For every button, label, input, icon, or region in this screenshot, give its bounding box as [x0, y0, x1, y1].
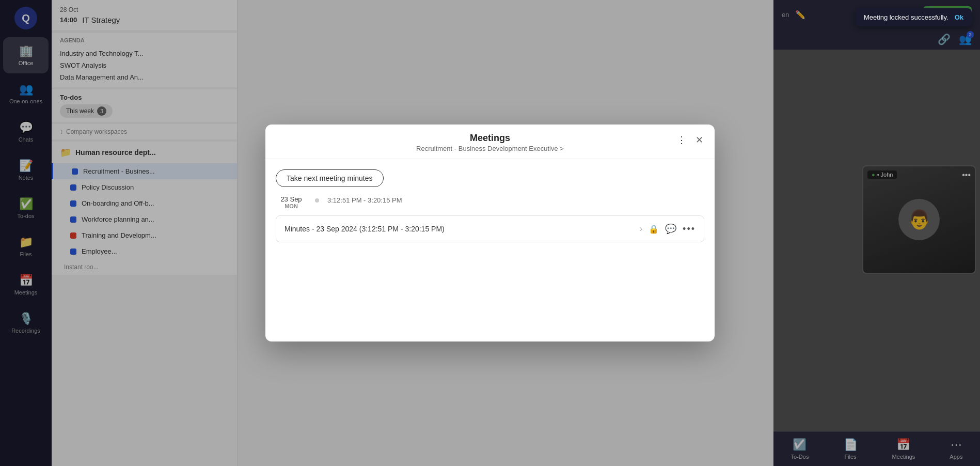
minutes-text: Minutes - 23 Sep 2024 (3:12:51 PM - 3:20… — [284, 225, 634, 233]
date-time: 3:12:51 PM - 3:20:15 PM — [327, 196, 402, 204]
take-minutes-label: Take next meeting minutes — [287, 174, 373, 182]
date-weekday: MON — [276, 203, 307, 209]
date-row: 23 Sep MON 3:12:51 PM - 3:20:15 PM — [276, 195, 704, 209]
chevron-right-icon: › — [640, 224, 642, 234]
toast-notification: Meeting locked successfully. Ok — [856, 8, 972, 26]
modal-body: Take next meeting minutes 23 Sep MON 3:1… — [265, 159, 715, 253]
more-options-icon[interactable]: ••• — [683, 224, 696, 235]
toast-message: Meeting locked successfully. — [864, 13, 949, 21]
modal-more-button[interactable]: ⋮ — [674, 133, 689, 147]
date-label: 23 Sep MON — [276, 195, 307, 209]
modal-close-button[interactable]: ✕ — [692, 133, 706, 147]
more-icon: ⋮ — [677, 134, 686, 146]
minutes-entry[interactable]: Minutes - 23 Sep 2024 (3:12:51 PM - 3:20… — [276, 215, 704, 242]
meetings-modal: Meetings Recruitment - Business Developm… — [265, 125, 715, 341]
chat-icon: 💬 — [665, 223, 676, 235]
date-day: 23 Sep — [276, 195, 307, 203]
take-minutes-button[interactable]: Take next meeting minutes — [276, 169, 384, 187]
toast-ok-button[interactable]: Ok — [955, 13, 963, 21]
modal-header: Meetings Recruitment - Business Developm… — [265, 125, 715, 159]
modal-title: Meetings — [276, 133, 704, 144]
date-dot — [315, 198, 319, 203]
lock-icon: 🔒 — [649, 224, 659, 234]
close-icon: ✕ — [696, 134, 703, 146]
modal-subtitle: Recruitment - Business Development Execu… — [276, 145, 704, 152]
modal-overlay[interactable]: Meetings Recruitment - Business Developm… — [0, 0, 980, 466]
